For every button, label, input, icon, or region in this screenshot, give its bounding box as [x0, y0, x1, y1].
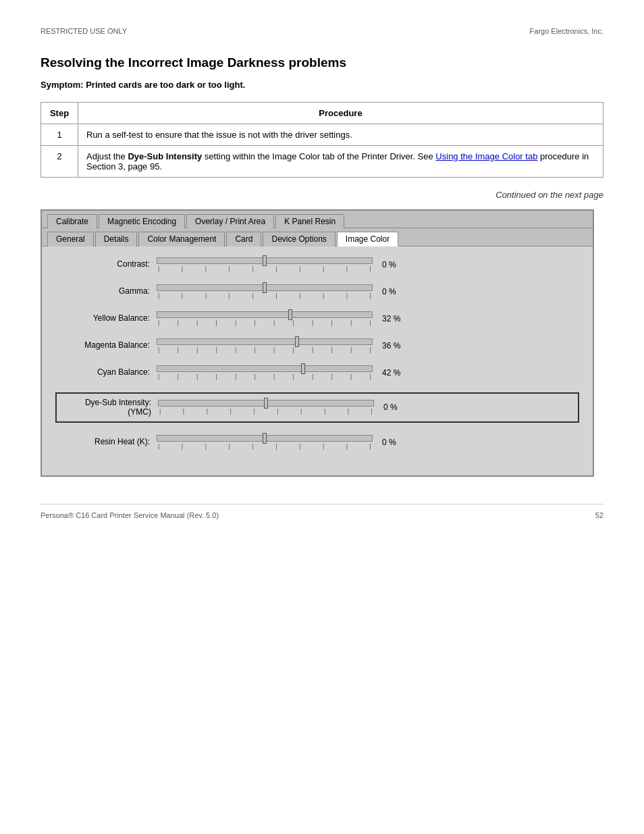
tab-overlay-print-area[interactable]: Overlay / Print Area [186, 214, 274, 228]
dialog-panel: Calibrate Magnetic Encoding Overlay / Pr… [41, 209, 594, 477]
panel-content: Contrast: |||||||||| 0 % Gamma: ||||||||… [42, 246, 593, 475]
image-color-tab-link[interactable]: Using the Image Color tab [435, 151, 537, 161]
yellow-balance-slider-container: |||||||||||| [157, 311, 373, 326]
symptom-line: Symptom: Printed cards are too dark or t… [41, 80, 603, 90]
cyan-balance-label: Cyan Balance: [55, 367, 150, 378]
table-row: 2 Adjust the Dye-Sub Intensity setting w… [41, 146, 603, 178]
cyan-balance-slider-container: |||||||||||| [157, 365, 373, 380]
yellow-balance-label: Yellow Balance: [55, 313, 150, 324]
contrast-ticks: |||||||||| [157, 265, 373, 272]
header-right: Fargo Electronics, Inc. [530, 27, 603, 35]
bottom-tab-row: General Details Color Management Card De… [42, 228, 593, 246]
contrast-label: Contrast: [55, 259, 150, 270]
yellow-balance-row: Yellow Balance: |||||||||||| 32 % [55, 311, 579, 326]
tab-general[interactable]: General [47, 232, 94, 246]
col-step: Step [41, 103, 78, 124]
procedure-1: Run a self-test to ensure that the issue… [78, 124, 603, 146]
continued-text: Continued on the next page [41, 190, 603, 200]
magenta-balance-slider-container: |||||||||||| [157, 338, 373, 353]
gamma-row: Gamma: |||||||||| 0 % [55, 284, 579, 299]
table-row: 1 Run a self-test to ensure that the iss… [41, 124, 603, 146]
contrast-value: 0 % [382, 260, 409, 269]
magenta-balance-thumb[interactable] [295, 336, 299, 347]
dye-sub-intensity-row: Dye-Sub Intensity:(YMC) |||||||||| 0 % [57, 398, 578, 417]
dye-sub-intensity-label: Dye-Sub Intensity:(YMC) [57, 398, 151, 417]
tab-image-color[interactable]: Image Color [337, 232, 398, 246]
gamma-thumb[interactable] [263, 282, 267, 293]
yellow-balance-thumb[interactable] [288, 309, 292, 320]
contrast-row: Contrast: |||||||||| 0 % [55, 257, 579, 272]
procedure-2: Adjust the Dye-Sub Intensity setting wit… [78, 146, 603, 178]
resin-heat-thumb[interactable] [263, 433, 267, 444]
top-tab-row: Calibrate Magnetic Encoding Overlay / Pr… [42, 211, 593, 228]
footer-right: 52 [595, 511, 603, 519]
dye-sub-intensity-box: Dye-Sub Intensity:(YMC) |||||||||| 0 % [55, 392, 579, 423]
yellow-balance-value: 32 % [382, 314, 409, 323]
tab-details[interactable]: Details [95, 232, 138, 246]
dye-sub-intensity-thumb[interactable] [264, 398, 268, 409]
procedure-table: Step Procedure 1 Run a self-test to ensu… [41, 102, 603, 178]
contrast-slider-container: |||||||||| [157, 257, 373, 272]
cyan-balance-ticks: |||||||||||| [157, 373, 373, 380]
tab-card[interactable]: Card [226, 232, 261, 246]
resin-heat-label: Resin Heat (K): [55, 437, 150, 448]
page-title: Resolving the Incorrect Image Darkness p… [41, 55, 603, 70]
gamma-ticks: |||||||||| [157, 292, 373, 299]
gamma-value: 0 % [382, 287, 409, 296]
tab-magnetic-encoding[interactable]: Magnetic Encoding [99, 214, 185, 228]
resin-heat-ticks: |||||||||| [157, 443, 373, 450]
tab-calibrate[interactable]: Calibrate [47, 214, 97, 228]
cyan-balance-track[interactable] [157, 365, 373, 372]
symptom-text: Printed cards are too dark or too light. [86, 80, 245, 90]
magenta-balance-ticks: |||||||||||| [157, 346, 373, 353]
step-2: 2 [41, 146, 78, 178]
gamma-slider-container: |||||||||| [157, 284, 373, 299]
cyan-balance-value: 42 % [382, 368, 409, 377]
dye-sub-intensity-slider-container: |||||||||| [158, 400, 374, 415]
col-procedure: Procedure [78, 103, 603, 124]
cyan-balance-thumb[interactable] [301, 363, 305, 374]
contrast-track[interactable] [157, 257, 373, 264]
magenta-balance-row: Magenta Balance: |||||||||||| 36 % [55, 338, 579, 353]
step-1: 1 [41, 124, 78, 146]
cyan-balance-row: Cyan Balance: |||||||||||| 42 % [55, 365, 579, 380]
resin-heat-value: 0 % [382, 438, 409, 447]
header-left: RESTRICTED USE ONLY [41, 27, 127, 35]
resin-heat-slider-container: |||||||||| [157, 435, 373, 450]
dye-sub-intensity-track[interactable] [158, 400, 374, 407]
tab-color-management[interactable]: Color Management [138, 232, 225, 246]
contrast-thumb[interactable] [263, 255, 267, 266]
tab-device-options[interactable]: Device Options [263, 232, 335, 246]
gamma-track[interactable] [157, 284, 373, 291]
dye-sub-intensity-value: 0 % [383, 402, 410, 412]
resin-heat-row: Resin Heat (K): |||||||||| 0 % [55, 435, 579, 450]
magenta-balance-track[interactable] [157, 338, 373, 345]
gamma-label: Gamma: [55, 286, 150, 297]
magenta-balance-label: Magenta Balance: [55, 340, 150, 351]
resin-heat-track[interactable] [157, 435, 373, 442]
symptom-label: Symptom: [41, 80, 84, 90]
dye-sub-intensity-ticks: |||||||||| [158, 408, 374, 415]
footer: Persona® C16 Card Printer Service Manual… [41, 504, 603, 519]
magenta-balance-value: 36 % [382, 341, 409, 350]
yellow-balance-track[interactable] [157, 311, 373, 318]
yellow-balance-ticks: |||||||||||| [157, 319, 373, 326]
footer-left: Persona® C16 Card Printer Service Manual… [41, 511, 219, 519]
tab-k-panel-resin[interactable]: K Panel Resin [275, 214, 344, 228]
